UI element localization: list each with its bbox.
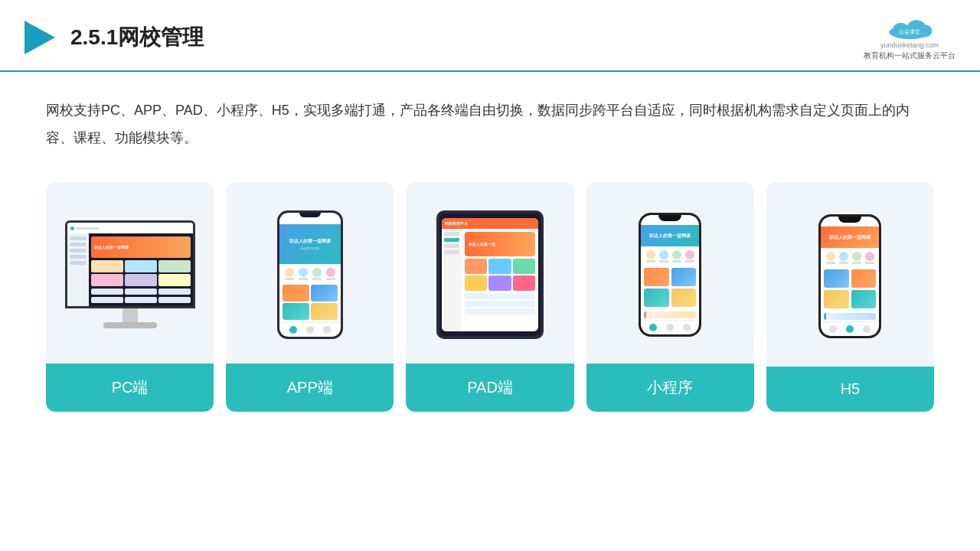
pad-grid-item [465,259,487,274]
phone2-bottom-nav-h5 [821,321,879,336]
phone2-screen-miniapp: 职达人的第一堂网课 [641,215,699,334]
logo-tagline: 教育机构一站式服务云平台 [864,51,956,61]
phone2-notch [658,215,681,221]
card-image-h5: 职达人的第一堂网课 [766,182,934,367]
sc-nav-dot-1 [70,227,74,230]
phone-banner-text: 职达人的第一堂网课 [289,238,331,245]
pad-nav-item-active [444,238,459,242]
phone-tab-mine [323,326,331,334]
phone2-tab-mine [683,324,691,331]
phone2-tab-home-h5 [829,325,837,333]
phone-icon-circle [299,268,308,277]
sc-sidebar-item [70,261,87,265]
phone2-course-item [824,269,849,288]
sc-sidebar [67,233,89,306]
phone2-banner-h5: 职达人的第一堂网课 [821,227,879,248]
card-label-miniapp: 小程序 [586,364,754,412]
svg-point-4 [919,24,933,37]
sc-banner-text: 职达人的第一堂网课 [94,245,129,249]
phone-icon-3 [312,268,322,280]
phone2-course-item [851,290,877,308]
phone2-icon-circle [659,250,668,259]
phone-course-card [311,285,338,302]
sc-card [91,260,123,272]
screen-content-pc: 职达人的第一堂网课 [67,223,193,306]
pad-header: 网校管理平台 [442,218,538,229]
phone2-course-item [644,268,669,286]
card-h5: 职达人的第一堂网课 [766,182,934,412]
phone-course-area [279,282,341,322]
phone2-tab-course-h5 [846,325,854,333]
card-miniapp: 职达人的第一堂网课 [586,182,754,412]
phone-icon-label [299,278,308,280]
sc-sidebar-item [70,236,87,240]
sc-card [158,260,191,272]
pad-grid-item [513,276,535,291]
phone2-icon-h5-2 [839,252,848,264]
phone2-mockup-h5: 职达人的第一堂网课 [818,214,881,338]
sc-card [91,274,123,286]
sc-row [91,297,191,303]
pad-grid [465,259,535,291]
sc-nav-bar [76,227,99,230]
sc-sidebar-item [70,243,87,246]
phone-icons-row [279,264,341,282]
phone2-icon-2 [659,250,668,262]
pad-nav-item [444,232,459,236]
phone2-icon-1 [646,250,655,262]
pad-body: 职达人的第一堂 [442,229,538,331]
phone-icon-label [285,278,294,280]
monitor-screen: 职达人的第一堂网课 [65,220,195,308]
phone2-icon-circle [826,252,835,261]
phone2-mockup-miniapp: 职达人的第一堂网课 [639,213,701,337]
sc-row-item [91,297,123,303]
sc-grid [91,260,191,286]
card-image-app: 职达人的第一堂网课 开启学习之旅 [226,182,394,364]
phone2-tab-mine-h5 [863,325,871,333]
phone-bottom-nav [279,322,341,337]
phone-tab-course [306,326,314,334]
phone2-courses [641,265,699,310]
phone2-course-item [671,268,697,286]
card-pc: 职达人的第一堂网课 [46,182,214,412]
play-icon [18,18,58,57]
pad-banner: 职达人的第一堂 [465,232,535,256]
phone2-icon-circle [646,250,655,259]
card-label-pc: PC端 [46,364,214,412]
pad-screen: 网校管理平台 职达人的第一堂 [442,218,538,331]
phone-icon-circle [285,268,294,277]
sc-row-item [91,289,123,295]
card-image-pc: 职达人的第一堂网课 [46,182,214,364]
cards-container: 职达人的第一堂网课 [0,167,980,435]
phone2-icon-circle [865,252,874,261]
sc-card [125,260,157,272]
phone2-screen-h5: 职达人的第一堂网课 [821,217,879,336]
pad-grid-item [513,259,535,274]
phone2-course-item [671,289,697,307]
phone-icon-1 [285,268,294,280]
sc-card [125,274,157,286]
phone-course-card [283,285,309,302]
logo-url: yunduoketang.com [880,41,939,49]
phone2-banner-text-h5: 职达人的第一堂网课 [829,234,871,241]
svg-marker-0 [24,21,55,54]
phone-banner-sub: 开启学习之旅 [301,246,319,250]
phone2-bottom-nav [641,320,699,334]
card-pad: 网校管理平台 职达人的第一堂 [406,182,573,412]
card-app: 职达人的第一堂网课 开启学习之旅 [226,182,394,412]
phone-icon-label [312,278,322,280]
header-left: 2.5.1网校管理 [18,18,204,57]
sc-row-item [158,297,191,303]
phone2-course-row-h5 [824,290,876,308]
phone-content: 职达人的第一堂网课 开启学习之旅 [279,224,341,322]
phone2-icon-text [865,262,874,264]
phone2-icon-circle [839,252,848,261]
phone2-icon-circle [672,250,681,259]
sc-sidebar-item [70,249,87,253]
logo-area: 云朵课堂 yunduoketang.com 教育机构一站式服务云平台 [864,14,956,61]
pad-row [465,293,535,299]
pad-header-text: 网校管理平台 [445,221,468,226]
phone2-icon-h5-4 [865,252,874,264]
pad-nav-item [444,250,459,254]
phone2-icon-text [852,262,861,264]
